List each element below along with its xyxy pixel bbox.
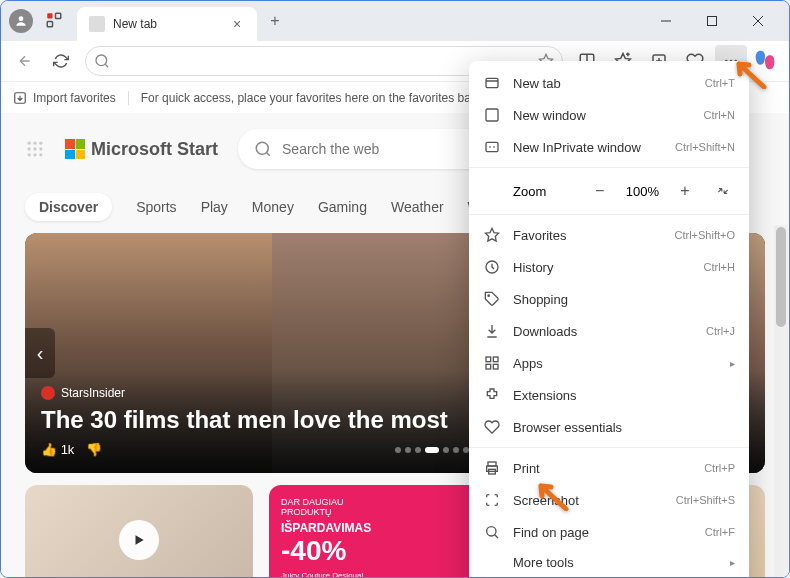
menu-print[interactable]: Print Ctrl+P [469,452,749,484]
svg-point-25 [39,142,42,145]
favorites-icon [483,226,501,244]
svg-rect-43 [493,357,498,362]
menu-new-tab[interactable]: New tab Ctrl+T [469,67,749,99]
zoom-value: 100% [626,184,659,199]
microsoft-start-logo[interactable]: Microsoft Start [65,139,218,160]
chevron-right-icon: ▸ [730,557,735,568]
nav-tab-gaming[interactable]: Gaming [318,193,367,221]
minimize-button[interactable] [643,5,689,37]
svg-line-50 [495,535,498,538]
settings-menu: New tab Ctrl+T New window Ctrl+N New InP… [469,61,749,578]
svg-rect-5 [708,17,717,26]
downloads-icon [483,322,501,340]
search-icon [254,140,272,158]
menu-find[interactable]: Find on page Ctrl+F [469,516,749,548]
menu-zoom: Zoom − 100% + [469,172,749,210]
menu-shopping[interactable]: Shopping [469,283,749,315]
svg-rect-3 [47,22,52,27]
svg-point-28 [39,147,42,150]
svg-point-26 [28,147,31,150]
profile-icon[interactable] [9,9,33,33]
microsoft-logo-icon [65,139,85,159]
new-window-icon [483,106,501,124]
svg-rect-37 [486,109,498,121]
svg-rect-1 [47,13,52,18]
apps-grid-icon[interactable] [25,139,45,159]
tab-close-button[interactable]: × [229,16,245,32]
import-favorites-button[interactable]: Import favorites [13,91,129,105]
svg-rect-35 [486,78,498,87]
menu-downloads[interactable]: Downloads Ctrl+J [469,315,749,347]
new-tab-button[interactable]: + [261,7,289,35]
menu-inprivate[interactable]: New InPrivate window Ctrl+Shift+N [469,131,749,163]
video-card[interactable] [25,485,253,578]
svg-point-32 [256,142,268,154]
zoom-in-button[interactable]: + [673,179,697,203]
svg-line-33 [267,152,270,155]
play-icon [119,520,159,560]
nav-tab-sports[interactable]: Sports [136,193,176,221]
svg-rect-44 [486,364,491,369]
svg-point-0 [19,16,24,21]
svg-marker-34 [136,535,144,544]
menu-history[interactable]: History Ctrl+H [469,251,749,283]
tab-favicon [89,16,105,32]
fullscreen-button[interactable] [711,179,735,203]
annotation-arrow [729,59,769,93]
nav-tab-weather[interactable]: Weather [391,193,444,221]
carousel-dots [395,447,469,453]
nav-tab-discover[interactable]: Discover [25,193,112,221]
refresh-button[interactable] [45,45,77,77]
maximize-button[interactable] [689,5,735,37]
find-icon [483,523,501,541]
inprivate-icon [483,138,501,156]
svg-point-23 [28,142,31,145]
browser-tab[interactable]: New tab × [77,7,257,41]
history-icon [483,258,501,276]
svg-point-41 [488,295,489,296]
print-icon [483,459,501,477]
chevron-right-icon: ▸ [730,358,735,369]
shopping-icon [483,290,501,308]
svg-rect-45 [493,364,498,369]
import-icon [13,91,27,105]
zoom-out-button[interactable]: − [588,179,612,203]
scrollbar[interactable] [774,225,788,578]
svg-rect-42 [486,357,491,362]
scroll-thumb[interactable] [776,227,786,327]
svg-point-29 [28,153,31,156]
svg-rect-38 [486,142,498,151]
nav-tab-money[interactable]: Money [252,193,294,221]
menu-more-tools[interactable]: More tools ▸ [469,548,749,577]
menu-apps[interactable]: Apps ▸ [469,347,749,379]
screenshot-icon [483,491,501,509]
titlebar: New tab × + [1,1,789,41]
back-button[interactable] [9,45,41,77]
annotation-arrow [531,481,571,515]
window-controls [643,5,781,37]
menu-favorites[interactable]: Favorites Ctrl+Shift+O [469,219,749,251]
svg-point-30 [33,153,36,156]
menu-screenshot[interactable]: Screenshot Ctrl+Shift+S [469,484,749,516]
search-icon [94,53,110,69]
menu-essentials[interactable]: Browser essentials [469,411,749,443]
tab-title: New tab [113,17,221,31]
svg-rect-2 [56,13,61,18]
close-window-button[interactable] [735,5,781,37]
menu-extensions[interactable]: Extensions [469,379,749,411]
nav-tab-play[interactable]: Play [201,193,228,221]
browser-window: New tab × + Import favorites [0,0,790,578]
new-tab-icon [483,74,501,92]
svg-point-49 [487,527,496,536]
svg-point-8 [96,55,107,66]
menu-new-window[interactable]: New window Ctrl+N [469,99,749,131]
svg-marker-39 [485,228,498,241]
svg-point-27 [33,147,36,150]
dislike-button[interactable]: 👎 [86,442,102,457]
extensions-icon [483,386,501,404]
svg-point-24 [33,142,36,145]
svg-line-9 [105,64,108,67]
like-button[interactable]: 👍 1k [41,442,74,457]
workspaces-icon[interactable] [45,11,65,31]
svg-point-31 [39,153,42,156]
